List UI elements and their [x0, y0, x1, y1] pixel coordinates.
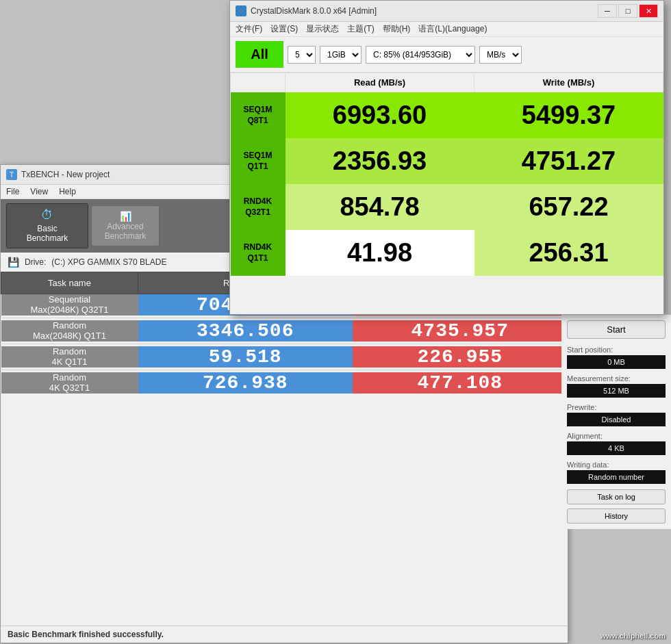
cdm-write-1: 5499.37: [474, 92, 663, 139]
task-name-2: RandomMax(2048K) Q1T1: [1, 319, 138, 342]
cdm-menu-language[interactable]: 语言(L)(Language): [418, 23, 487, 35]
prewrite-value: Disabled: [567, 413, 666, 426]
measurement-size-label: Measurement size:: [567, 374, 666, 383]
alignment-label: Alignment:: [567, 432, 666, 440]
write-value-2: 4735.957: [353, 319, 568, 342]
basic-benchmark-label: BasicBenchmark: [27, 224, 68, 244]
cdm-label-2: SEQ1M Q1T1: [231, 138, 286, 184]
cdm-label-3: RND4K Q32T1: [231, 184, 286, 230]
cdm-window: CrystalDiskMark 8.0.0 x64 [Admin] ─ □ ✕ …: [229, 0, 664, 315]
cdm-row-4: RND4K Q1T1 41.98 256.31: [231, 230, 663, 276]
chart-icon: 📊: [120, 211, 131, 222]
cdm-read-1: 6993.60: [286, 92, 474, 139]
cdm-menu-file[interactable]: 文件(F): [236, 23, 262, 35]
drive-icon: 💾: [8, 257, 19, 268]
cdm-title: CrystalDiskMark 8.0.0 x64 [Admin]: [251, 6, 598, 16]
advanced-benchmark-button[interactable]: 📊 AdvancedBenchmark: [91, 205, 160, 246]
window-controls: ─ □ ✕: [598, 4, 658, 18]
read-value-4: 726.938: [138, 371, 353, 394]
writing-data-label: Writing data:: [567, 461, 666, 469]
col-task-name: Task name: [1, 272, 138, 294]
size-select[interactable]: 1GiB: [320, 46, 362, 64]
basic-benchmark-button[interactable]: ⏱ BasicBenchmark: [6, 203, 88, 248]
menu-file[interactable]: File: [6, 187, 19, 196]
cdm-label-4: RND4K Q1T1: [231, 230, 286, 276]
start-position-label: Start position:: [567, 346, 666, 354]
maximize-button[interactable]: □: [618, 4, 637, 18]
minimize-button[interactable]: ─: [598, 4, 617, 18]
right-panel: Start Start position: 0 MB Measurement s…: [561, 315, 671, 529]
cdm-app-icon: [236, 5, 246, 16]
cdm-read-4: 41.98: [286, 230, 474, 276]
menu-view[interactable]: View: [30, 187, 48, 196]
read-value-2: 3346.506: [138, 319, 353, 342]
write-value-3: 226.955: [353, 345, 568, 368]
unit-select[interactable]: MB/s: [479, 46, 522, 64]
watermark: www.chiphell.com: [600, 632, 666, 640]
cdm-read-2: 2356.93: [286, 138, 474, 184]
count-select[interactable]: 5: [288, 46, 316, 64]
cdm-col-label: [231, 73, 286, 92]
drive-select[interactable]: C: 85% (814/953GiB): [366, 46, 475, 64]
alignment-value: 4 KB: [567, 441, 666, 455]
close-button[interactable]: ✕: [639, 4, 658, 18]
cdm-menubar: 文件(F) 设置(S) 显示状态 主题(T) 帮助(H) 语言(L)(Langu…: [230, 22, 663, 37]
prewrite-label: Prewrite:: [567, 403, 666, 411]
task-on-log-button[interactable]: Task on log: [567, 489, 666, 504]
cdm-row-1: SEQ1M Q8T1 6993.60 5499.37: [231, 92, 663, 139]
clock-icon: ⏱: [41, 208, 53, 222]
cdm-write-3: 657.22: [474, 184, 663, 230]
cdm-menu-display[interactable]: 显示状态: [306, 23, 339, 35]
cdm-col-write: Write (MB/s): [474, 73, 663, 92]
txbench-status: Basic Benchmark finished successfully.: [1, 626, 568, 643]
cdm-menu-help[interactable]: 帮助(H): [383, 23, 411, 35]
cdm-titlebar: CrystalDiskMark 8.0.0 x64 [Admin] ─ □ ✕: [230, 1, 663, 22]
task-name-1: SequentialMax(2048K) Q32T1: [1, 294, 138, 316]
cdm-menu-settings[interactable]: 设置(S): [270, 23, 298, 35]
start-button[interactable]: Start: [567, 320, 666, 339]
menu-help[interactable]: Help: [59, 187, 76, 196]
start-position-value: 0 MB: [567, 355, 666, 369]
advanced-benchmark-label: AdvancedBenchmark: [105, 222, 147, 241]
txbench-icon: T: [6, 169, 17, 180]
all-button[interactable]: All: [236, 41, 283, 68]
cdm-write-2: 4751.27: [474, 138, 663, 184]
cdm-label-1: SEQ1M Q8T1: [231, 92, 286, 139]
cdm-header-row: Read (MB/s) Write (MB/s): [231, 73, 663, 92]
table-row: RandomMax(2048K) Q1T1 3346.506 4735.957: [1, 319, 568, 342]
table-row: Random4K Q32T1 726.938 477.108: [1, 371, 568, 394]
cdm-write-4: 256.31: [474, 230, 663, 276]
cdm-table: Read (MB/s) Write (MB/s) SEQ1M Q8T1 6993…: [230, 73, 663, 276]
history-button[interactable]: History: [567, 508, 666, 524]
read-value-3: 59.518: [138, 345, 353, 368]
measurement-size-value: 512 MB: [567, 384, 666, 398]
task-name-4: Random4K Q32T1: [1, 371, 138, 394]
write-value-4: 477.108: [353, 371, 568, 394]
cdm-read-3: 854.78: [286, 184, 474, 230]
drive-value: (C:) XPG GAMMIX S70 BLADE: [51, 257, 166, 267]
task-name-3: Random4K Q1T1: [1, 345, 138, 368]
drive-label: Drive:: [25, 257, 46, 267]
table-row: Random4K Q1T1 59.518 226.955: [1, 345, 568, 368]
writing-data-value: Random number: [567, 470, 666, 484]
cdm-toolbar: All 5 1GiB C: 85% (814/953GiB) MB/s: [230, 37, 663, 73]
cdm-col-read: Read (MB/s): [286, 73, 474, 92]
cdm-menu-theme[interactable]: 主题(T): [347, 23, 374, 35]
cdm-row-2: SEQ1M Q1T1 2356.93 4751.27: [231, 138, 663, 184]
cdm-row-3: RND4K Q32T1 854.78 657.22: [231, 184, 663, 230]
